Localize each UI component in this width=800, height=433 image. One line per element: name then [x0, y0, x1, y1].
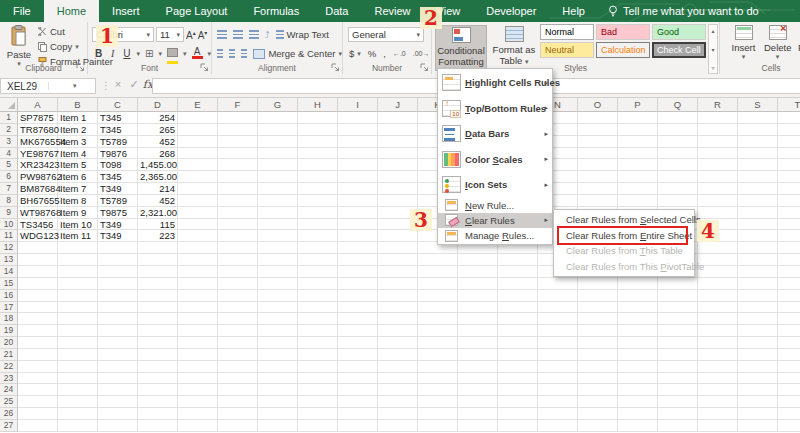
cell-s6[interactable]: [738, 171, 778, 183]
cell-c14[interactable]: [98, 266, 138, 278]
cell-p20[interactable]: [618, 337, 658, 349]
cell-f6[interactable]: [218, 171, 258, 183]
cell-e10[interactable]: [178, 219, 218, 231]
cell-k20[interactable]: [418, 337, 458, 349]
cell-style-bad[interactable]: Bad: [596, 24, 650, 40]
cell-n27[interactable]: [538, 420, 578, 432]
cell-e9[interactable]: [178, 207, 218, 219]
tab-developer[interactable]: Developer: [473, 0, 549, 22]
cell-r6[interactable]: [698, 171, 738, 183]
shrink-font-icon[interactable]: A▾: [198, 29, 208, 40]
cell-g9[interactable]: [258, 207, 298, 219]
cell-q26[interactable]: [658, 408, 698, 420]
cell-i5[interactable]: [338, 159, 378, 171]
cell-t18[interactable]: [778, 313, 800, 325]
cell-n26[interactable]: [538, 408, 578, 420]
cell-m25[interactable]: [498, 396, 538, 408]
cell-c7[interactable]: T349: [98, 183, 138, 195]
cell-d8[interactable]: 452: [138, 195, 178, 207]
cell-n17[interactable]: [538, 302, 578, 314]
cell-j23[interactable]: [378, 373, 418, 385]
cell-m17[interactable]: [498, 302, 538, 314]
cell-e16[interactable]: [178, 290, 218, 302]
cell-a19[interactable]: [18, 325, 58, 337]
select-all-corner[interactable]: [0, 98, 18, 112]
row-header-26[interactable]: 26: [0, 408, 18, 420]
cell-j18[interactable]: [378, 313, 418, 325]
cell-l25[interactable]: [458, 396, 498, 408]
cell-t11[interactable]: [778, 230, 800, 242]
cell-h15[interactable]: [298, 278, 338, 290]
cell-g19[interactable]: [258, 325, 298, 337]
cell-k19[interactable]: [418, 325, 458, 337]
cell-a7[interactable]: BM87684: [18, 183, 58, 195]
cell-r15[interactable]: [698, 278, 738, 290]
cell-a26[interactable]: [18, 408, 58, 420]
row-header-20[interactable]: 20: [0, 337, 18, 349]
cell-l20[interactable]: [458, 337, 498, 349]
align-left-icon[interactable]: [217, 49, 223, 58]
cell-i4[interactable]: [338, 148, 378, 160]
cell-g14[interactable]: [258, 266, 298, 278]
cell-s26[interactable]: [738, 408, 778, 420]
cell-k22[interactable]: [418, 361, 458, 373]
cell-e3[interactable]: [178, 136, 218, 148]
cell-b5[interactable]: Item 5: [58, 159, 98, 171]
cell-h7[interactable]: [298, 183, 338, 195]
cell-d23[interactable]: [138, 373, 178, 385]
cell-g12[interactable]: [258, 242, 298, 254]
menu-item-new-rule[interactable]: New Rule...: [438, 198, 552, 213]
tab-help[interactable]: Help: [549, 0, 598, 22]
percent-button[interactable]: %: [368, 48, 376, 59]
cell-q2[interactable]: [658, 124, 698, 136]
row-header-2[interactable]: 2: [0, 124, 18, 136]
bold-button[interactable]: B: [94, 48, 103, 59]
cell-l15[interactable]: [458, 278, 498, 290]
cell-r25[interactable]: [698, 396, 738, 408]
cell-p21[interactable]: [618, 349, 658, 361]
cell-b25[interactable]: [58, 396, 98, 408]
cell-m20[interactable]: [498, 337, 538, 349]
cell-h24[interactable]: [298, 384, 338, 396]
row-header-15[interactable]: 15: [0, 278, 18, 290]
cell-h6[interactable]: [298, 171, 338, 183]
cell-b12[interactable]: [58, 242, 98, 254]
cell-i9[interactable]: [338, 207, 378, 219]
row-header-4[interactable]: 4: [0, 148, 18, 160]
cell-t1[interactable]: [778, 112, 800, 124]
cell-g23[interactable]: [258, 373, 298, 385]
cell-i8[interactable]: [338, 195, 378, 207]
cell-j1[interactable]: [378, 112, 418, 124]
cell-p6[interactable]: [618, 171, 658, 183]
menu-item-top-bottom-rules[interactable]: Top/Bottom Rules▸: [438, 96, 552, 122]
cell-a22[interactable]: [18, 361, 58, 373]
cell-r9[interactable]: [698, 207, 738, 219]
cell-c11[interactable]: T349: [98, 230, 138, 242]
cell-j7[interactable]: [378, 183, 418, 195]
cell-o19[interactable]: [578, 325, 618, 337]
cell-r8[interactable]: [698, 195, 738, 207]
cell-f8[interactable]: [218, 195, 258, 207]
cell-t21[interactable]: [778, 349, 800, 361]
cell-e13[interactable]: [178, 254, 218, 266]
cell-f13[interactable]: [218, 254, 258, 266]
cell-g27[interactable]: [258, 420, 298, 432]
row-header-7[interactable]: 7: [0, 183, 18, 195]
cell-l24[interactable]: [458, 384, 498, 396]
cell-s20[interactable]: [738, 337, 778, 349]
cell-b15[interactable]: [58, 278, 98, 290]
fill-color-button[interactable]: [167, 43, 178, 64]
cell-h18[interactable]: [298, 313, 338, 325]
cell-t20[interactable]: [778, 337, 800, 349]
column-header-s[interactable]: S: [738, 98, 778, 112]
cell-p24[interactable]: [618, 384, 658, 396]
cell-h8[interactable]: [298, 195, 338, 207]
cell-s4[interactable]: [738, 148, 778, 160]
cell-e15[interactable]: [178, 278, 218, 290]
cell-g25[interactable]: [258, 396, 298, 408]
cell-p1[interactable]: [618, 112, 658, 124]
cell-j5[interactable]: [378, 159, 418, 171]
cell-m19[interactable]: [498, 325, 538, 337]
cell-g15[interactable]: [258, 278, 298, 290]
cell-p25[interactable]: [618, 396, 658, 408]
